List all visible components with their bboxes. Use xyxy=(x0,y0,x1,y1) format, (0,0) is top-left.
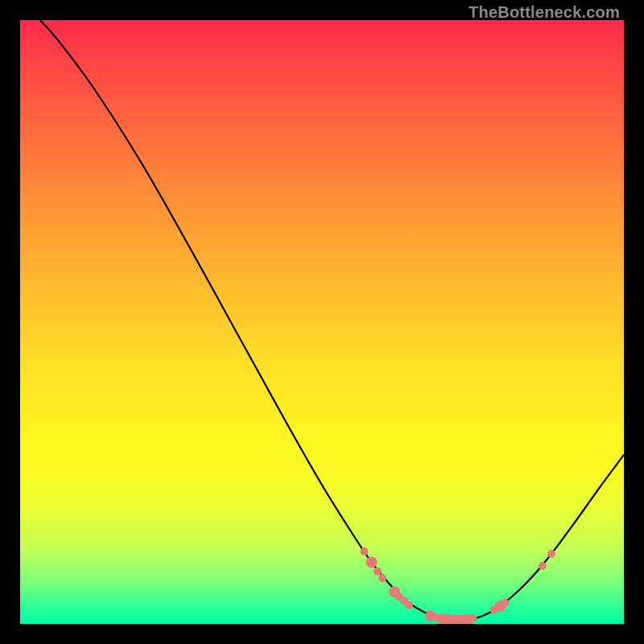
data-marker xyxy=(378,574,386,582)
data-marker xyxy=(366,557,378,568)
data-marker xyxy=(469,614,477,622)
data-marker xyxy=(374,568,382,576)
data-marker xyxy=(361,547,369,555)
bottleneck-curve xyxy=(40,20,624,621)
data-markers xyxy=(361,547,556,624)
data-marker xyxy=(501,599,509,607)
data-marker xyxy=(547,550,555,558)
watermark-text: TheBottleneck.com xyxy=(469,3,620,22)
data-marker xyxy=(539,562,547,570)
chart-frame: TheBottleneck.com xyxy=(0,0,644,644)
chart-svg xyxy=(20,20,624,624)
data-marker xyxy=(405,601,413,609)
